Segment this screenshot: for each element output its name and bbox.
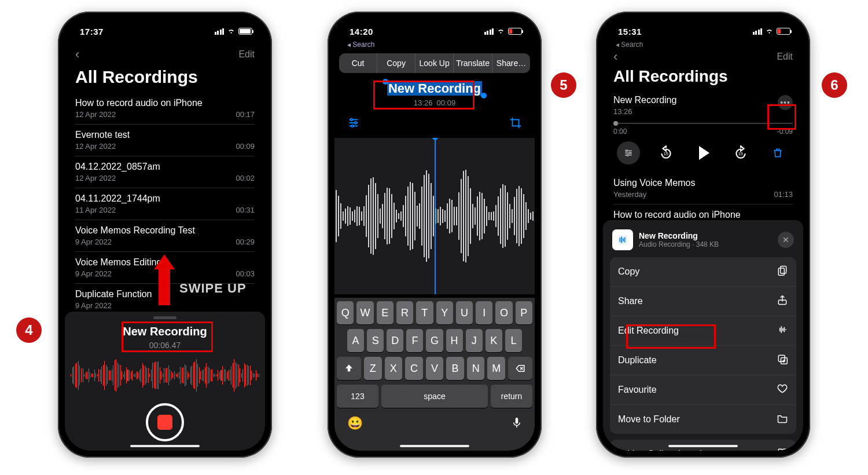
sheet-item-share[interactable]: Share [610,286,796,316]
annotation-box-recording-title [122,321,213,352]
key-d[interactable]: D [387,329,403,352]
list-item[interactable]: 04.11.2022_1744pm 11 Apr 2022 00:31 [75,188,255,220]
key-shift[interactable] [337,357,361,380]
folder-icon [777,412,788,426]
key-l[interactable]: L [505,329,522,352]
item-title: How to record audio on iPhone [613,210,793,220]
key-e[interactable]: E [377,301,393,324]
svg-point-4 [626,150,628,152]
back-chevron-icon[interactable]: ‹ [613,49,617,64]
battery-icon [238,28,252,35]
key-z[interactable]: Z [364,357,382,380]
phone-1: 17:37 ‹ Edit All Recordings How to recor… [58,12,272,458]
settings-icon[interactable] [347,116,360,131]
emoji-button[interactable]: 😀 [347,416,363,431]
sheet-item-label: Move to Folder [618,414,680,425]
key-m[interactable]: M [487,357,505,380]
skip-forward-15-button[interactable]: 15 [729,141,752,165]
key-n[interactable]: N [467,357,485,380]
key-123[interactable]: 123 [337,385,378,408]
key-return[interactable]: return [491,385,532,408]
crop-icon[interactable] [509,116,522,131]
play-button[interactable] [692,141,715,165]
key-b[interactable]: B [446,357,464,380]
stop-record-button[interactable] [146,403,184,441]
key-r[interactable]: R [396,301,413,324]
skip-back-15-button[interactable]: 15 [654,141,678,165]
ctx-cut[interactable]: Cut [339,53,377,73]
list-item[interactable]: Voice Memos Recording Test 9 Apr 2022 00… [75,220,255,251]
annotation-box-more-button [767,104,796,130]
key-j[interactable]: J [466,329,483,352]
key-s[interactable]: S [367,329,384,352]
annotation-swipe-label: SWIPE UP [179,281,247,296]
edit-button[interactable]: Edit [238,49,255,60]
svg-rect-3 [516,418,518,424]
edit-button[interactable]: Edit [777,52,793,62]
key-space[interactable]: space [381,385,488,408]
sheet-title: New Recording [639,231,772,240]
sheet-item-copy[interactable]: Copy [610,257,796,286]
svg-point-0 [351,119,353,121]
item-date: 12 Apr 2022 [75,174,116,182]
sheet-item-favourite[interactable]: Favourite [610,375,796,404]
list-item[interactable]: 04.12.2022_0857am 12 Apr 2022 00:02 [75,156,255,188]
item-duration: 00:09 [236,142,255,151]
key-p[interactable]: P [516,301,532,324]
key-w[interactable]: W [356,301,373,324]
item-date: 9 Apr 2022 [75,269,112,278]
svg-rect-16 [783,449,786,451]
dictation-button[interactable] [512,416,522,431]
item-duration: 00:29 [236,237,255,246]
item-title: How to record audio on iPhone [75,98,255,108]
recordings-list[interactable]: Using Voice Memos Yesterday 01:13How to … [603,173,803,227]
key-f[interactable]: F [406,329,423,352]
home-indicator[interactable] [400,445,469,447]
step-badge-6: 6 [822,72,847,98]
svg-rect-11 [778,268,784,276]
item-date: 9 Apr 2022 [75,301,112,310]
text-context-menu: Cut Copy Look Up Translate Share… [339,53,530,73]
key-t[interactable]: T [416,301,433,324]
key-v[interactable]: V [426,357,444,380]
ctx-lookup[interactable]: Look Up [415,53,454,73]
home-indicator[interactable] [668,445,738,447]
key-i[interactable]: I [476,301,492,324]
key-a[interactable]: A [347,329,364,352]
waveform-icon [777,324,788,338]
list-item[interactable]: How to record audio on iPhone 12 Apr 202… [75,93,255,124]
playback-options-button[interactable] [617,141,640,165]
back-chevron-icon[interactable]: ‹ [75,47,79,62]
item-duration: 01:13 [774,190,793,199]
share-icon [777,294,788,308]
sheet-close-button[interactable]: ✕ [778,232,794,248]
delete-button[interactable] [766,141,789,165]
step-badge-5: 5 [551,72,576,98]
sheet-file-icon [612,229,633,250]
sheet-item-move-to-folder[interactable]: Move to Folder [610,404,796,434]
list-item[interactable]: Using Voice Memos Yesterday 01:13 [613,173,793,204]
key-o[interactable]: O [495,301,512,324]
sheet-item-duplicate[interactable]: Duplicate [610,345,796,375]
drag-handle[interactable] [153,316,176,319]
sheet-item-label: Favourite [618,385,657,395]
home-indicator[interactable] [130,445,200,447]
key-q[interactable]: Q [337,301,354,324]
key-h[interactable]: H [446,329,463,352]
key-x[interactable]: X [385,357,403,380]
key-g[interactable]: G [426,329,443,352]
editor-waveform[interactable] [334,138,535,294]
nav-row: ‹ Edit [65,44,265,65]
ctx-share[interactable]: Share… [492,53,530,73]
ctx-copy[interactable]: Copy [377,53,415,73]
playhead[interactable] [435,138,436,294]
key-y[interactable]: Y [436,301,453,324]
key-k[interactable]: K [486,329,502,352]
key-c[interactable]: C [405,357,423,380]
list-item[interactable]: Evernote test 12 Apr 2022 00:09 [75,124,255,156]
key-delete[interactable] [508,357,532,380]
scrubber[interactable] [613,123,793,124]
notch [122,19,208,35]
ctx-translate[interactable]: Translate [454,53,492,73]
key-u[interactable]: U [456,301,473,324]
